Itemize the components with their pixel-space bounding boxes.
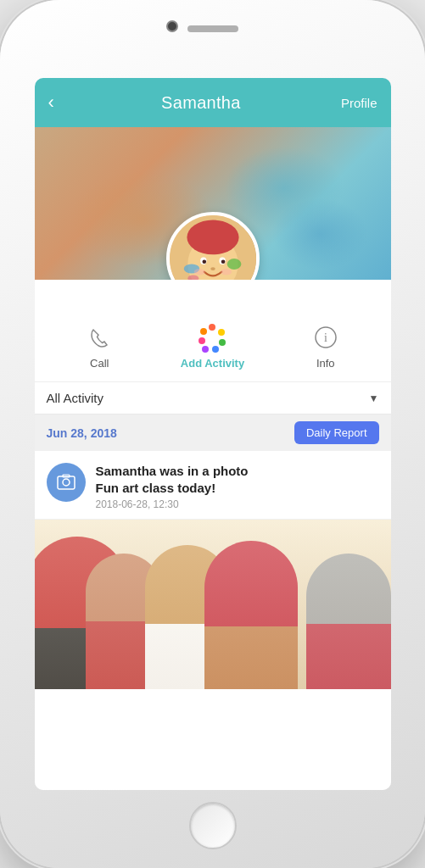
svg-point-10: [210, 267, 215, 270]
info-icon: i: [310, 322, 341, 353]
activity-photo: [35, 520, 391, 689]
svg-point-2: [187, 220, 238, 255]
svg-point-24: [63, 479, 70, 486]
nav-bar: ‹ Samantha Profile: [35, 78, 391, 127]
call-label: Call: [90, 357, 109, 370]
svg-point-20: [208, 333, 216, 342]
svg-point-19: [200, 328, 207, 335]
phone-camera: [166, 20, 178, 32]
svg-point-12: [221, 269, 232, 275]
add-activity-label: Add Activity: [181, 357, 244, 370]
svg-point-11: [193, 269, 204, 275]
activity-title: Samantha was in a photo: [96, 463, 379, 480]
filter-label: All Activity: [47, 391, 104, 405]
svg-point-6: [221, 259, 225, 264]
back-button[interactable]: ‹: [48, 88, 61, 117]
svg-point-8: [226, 259, 241, 270]
svg-point-14: [218, 329, 225, 336]
daily-report-button[interactable]: Daily Report: [294, 421, 379, 444]
activity-timestamp: 2018-06-28, 12:30: [96, 498, 379, 510]
photo-scene: [35, 520, 391, 689]
avatar-image: [170, 215, 256, 280]
add-activity-action[interactable]: Add Activity: [181, 322, 244, 370]
svg-point-16: [212, 346, 219, 353]
call-icon: [84, 322, 115, 353]
photo-overlay: [35, 520, 391, 689]
svg-point-17: [202, 346, 209, 353]
call-action[interactable]: Call: [84, 322, 115, 370]
info-label: Info: [316, 357, 335, 370]
profile-button[interactable]: Profile: [341, 96, 377, 110]
activity-text: Samantha was in a photo Fun art class to…: [96, 463, 379, 510]
home-button[interactable]: [189, 802, 237, 849]
svg-point-5: [202, 259, 206, 264]
svg-point-15: [219, 339, 226, 346]
info-action[interactable]: i Info: [310, 322, 341, 370]
filter-row[interactable]: All Activity ▼: [35, 382, 391, 415]
activity-feed: Samantha was in a photo Fun art class to…: [35, 451, 391, 790]
activity-photo-icon: [47, 463, 86, 502]
filter-chevron-icon: ▼: [369, 392, 379, 404]
phone-screen: ‹ Samantha Profile: [35, 78, 391, 790]
phone-shell: ‹ Samantha Profile: [0, 0, 425, 868]
date-label: Jun 28, 2018: [47, 426, 117, 440]
date-row: Jun 28, 2018 Daily Report: [35, 415, 391, 451]
add-activity-icon: [197, 322, 227, 353]
activity-subtitle: Fun art class today!: [96, 480, 379, 497]
svg-text:i: i: [324, 331, 327, 344]
table-row: Samantha was in a photo Fun art class to…: [35, 451, 391, 520]
svg-point-18: [199, 337, 205, 344]
nav-title: Samantha: [161, 93, 241, 113]
actions-row: Call Add Activi: [35, 280, 391, 382]
hero-area: [35, 127, 391, 280]
svg-point-13: [209, 324, 215, 331]
phone-speaker: [187, 25, 238, 32]
